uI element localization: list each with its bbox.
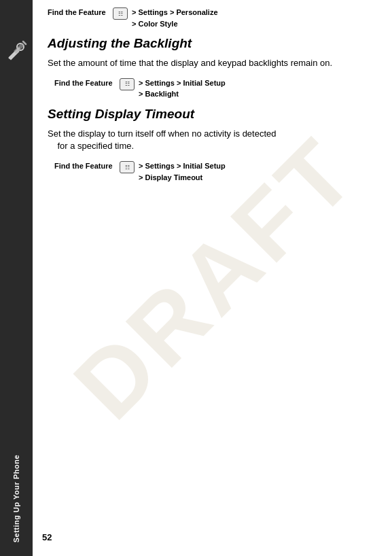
find-feature-label-2: Find the Feature	[54, 77, 115, 87]
nav-path-line1-2: > Settings > Initial Setup	[139, 77, 226, 89]
menu-icon-2: ☷	[120, 78, 135, 90]
section-backlight: Adjusting the Backlight Set the amount o…	[48, 36, 378, 100]
nav-path-1: > Settings > Personalize > Color Style	[132, 7, 218, 29]
section-display-timeout: Setting Display Timeout Set the display …	[48, 107, 378, 183]
backlight-body: Set the amount of time that the display …	[48, 57, 378, 69]
menu-icon-3: ☷	[120, 161, 135, 173]
nav-path-line2-2: > Backlight	[139, 88, 226, 100]
sidebar-icon-area	[0, 20, 33, 82]
display-timeout-body: Set the display to turn itself off when …	[48, 128, 378, 152]
nav-path-line1-1: > Settings > Personalize	[132, 7, 218, 18]
menu-icon-1: ☷	[113, 7, 128, 20]
main-content: Find the Feature ☷ > Settings > Personal…	[41, 0, 392, 556]
display-timeout-title: Setting Display Timeout	[48, 107, 378, 122]
nav-path-line2-1: > Color Style	[132, 18, 218, 30]
nav-path-line1-3: > Settings > Initial Setup	[139, 160, 226, 172]
sidebar: Setting Up Your Phone	[0, 0, 33, 556]
find-feature-color-style: Find the Feature ☷ > Settings > Personal…	[48, 7, 378, 29]
nav-path-2: > Settings > Initial Setup > Backlight	[139, 77, 226, 100]
find-feature-backlight: Find the Feature ☷ > Settings > Initial …	[54, 77, 378, 100]
backlight-title: Adjusting the Backlight	[48, 36, 378, 52]
menu-icon-inner-2: ☷	[125, 81, 130, 87]
find-feature-label-3: Find the Feature	[54, 160, 115, 170]
tools-icon	[4, 39, 29, 63]
nav-path-3: > Settings > Initial Setup > Display Tim…	[139, 160, 226, 183]
sidebar-label: Setting Up Your Phone	[12, 455, 20, 542]
menu-icon-inner-1: ☷	[118, 11, 123, 17]
menu-icon-inner-3: ☷	[125, 164, 130, 171]
nav-path-line2-3: > Display Timeout	[139, 172, 226, 184]
find-feature-label-1: Find the Feature	[48, 7, 109, 16]
find-feature-display-timeout: Find the Feature ☷ > Settings > Initial …	[54, 160, 378, 183]
